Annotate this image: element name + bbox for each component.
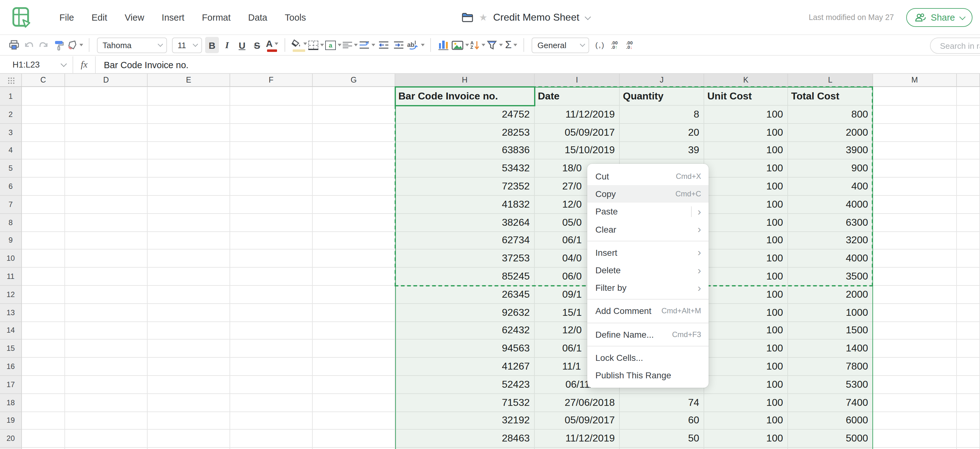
- cell-D12[interactable]: [65, 286, 148, 304]
- cell-N2[interactable]: [957, 106, 980, 124]
- cell-C2[interactable]: [22, 106, 65, 124]
- number-format-select[interactable]: General: [532, 37, 589, 53]
- cell-F20[interactable]: [230, 430, 313, 448]
- cell-G9[interactable]: [313, 232, 395, 250]
- cell-N9[interactable]: [957, 232, 980, 250]
- cell-E17[interactable]: [148, 376, 230, 394]
- cell-C1[interactable]: [22, 87, 65, 106]
- cell-E21[interactable]: [148, 448, 230, 449]
- cell-D7[interactable]: [65, 196, 148, 214]
- wrap-text-button[interactable]: [359, 37, 375, 53]
- cell-C5[interactable]: [22, 160, 65, 178]
- cell-G17[interactable]: [313, 376, 395, 394]
- cell-K19[interactable]: 100: [704, 412, 788, 430]
- cell-I19[interactable]: 05/09/2017: [535, 412, 620, 430]
- cell-G14[interactable]: [313, 322, 395, 340]
- cell-N16[interactable]: [957, 358, 980, 376]
- cell-K12[interactable]: 100: [704, 286, 788, 304]
- cell-H17[interactable]: 52423: [395, 376, 535, 394]
- column-header-L[interactable]: L: [788, 74, 873, 87]
- cell-G8[interactable]: [313, 214, 395, 232]
- cell-G5[interactable]: [313, 160, 395, 178]
- context-menu-item-paste[interactable]: Paste›: [587, 203, 709, 220]
- strikethrough-button[interactable]: S: [250, 37, 264, 53]
- document-title[interactable]: Credit Memo Sheet: [493, 12, 579, 23]
- cell-D18[interactable]: [65, 394, 148, 412]
- cell-C6[interactable]: [22, 178, 65, 196]
- cell-F4[interactable]: [230, 142, 313, 160]
- cell-D4[interactable]: [65, 142, 148, 160]
- cell-C7[interactable]: [22, 196, 65, 214]
- cell-L6[interactable]: 400: [788, 178, 873, 196]
- cell-D21[interactable]: [65, 448, 148, 449]
- cell-C15[interactable]: [22, 340, 65, 358]
- cell-J4[interactable]: 39: [620, 142, 704, 160]
- cell-F16[interactable]: [230, 358, 313, 376]
- menu-tools[interactable]: Tools: [285, 13, 306, 22]
- cell-J2[interactable]: 8: [620, 106, 704, 124]
- cell-M19[interactable]: [873, 412, 957, 430]
- column-header-partial[interactable]: [957, 74, 980, 87]
- text-rotation-button[interactable]: ab: [407, 37, 425, 53]
- cell-C8[interactable]: [22, 214, 65, 232]
- cell-N19[interactable]: [957, 412, 980, 430]
- cell-G21[interactable]: [313, 448, 395, 449]
- redo-button[interactable]: [37, 37, 51, 53]
- cell-F13[interactable]: [230, 304, 313, 322]
- column-header-M[interactable]: M: [873, 74, 957, 87]
- menu-insert[interactable]: Insert: [162, 13, 185, 22]
- cell-I2[interactable]: 11/12/2019: [535, 106, 620, 124]
- cell-C20[interactable]: [22, 430, 65, 448]
- cell-J21[interactable]: [620, 448, 704, 449]
- cell-E15[interactable]: [148, 340, 230, 358]
- row-header-7[interactable]: 7: [0, 196, 22, 214]
- cell-J18[interactable]: 74: [620, 394, 704, 412]
- cell-D16[interactable]: [65, 358, 148, 376]
- cell-H1[interactable]: Bar Code Invoice no.: [395, 87, 535, 106]
- cell-F18[interactable]: [230, 394, 313, 412]
- formula-input[interactable]: Bar Code Invoice no.: [96, 60, 189, 70]
- cell-C17[interactable]: [22, 376, 65, 394]
- font-size-select[interactable]: 11: [172, 37, 202, 53]
- cell-F15[interactable]: [230, 340, 313, 358]
- cell-F19[interactable]: [230, 412, 313, 430]
- share-button[interactable]: Share: [907, 8, 972, 27]
- cell-N7[interactable]: [957, 196, 980, 214]
- cell-K7[interactable]: 100: [704, 196, 788, 214]
- cell-M9[interactable]: [873, 232, 957, 250]
- cell-H3[interactable]: 28253: [395, 124, 535, 142]
- cell-H19[interactable]: 32192: [395, 412, 535, 430]
- cell-M12[interactable]: [873, 286, 957, 304]
- cell-G11[interactable]: [313, 267, 395, 286]
- cell-M1[interactable]: [873, 87, 957, 106]
- cell-C13[interactable]: [22, 304, 65, 322]
- row-header-19[interactable]: 19: [0, 412, 22, 430]
- cell-F7[interactable]: [230, 196, 313, 214]
- cell-F21[interactable]: [230, 448, 313, 449]
- cell-reference-box[interactable]: H1:L23: [0, 56, 73, 73]
- cell-C3[interactable]: [22, 124, 65, 142]
- italic-button[interactable]: I: [220, 37, 234, 53]
- cell-G4[interactable]: [313, 142, 395, 160]
- cell-M13[interactable]: [873, 304, 957, 322]
- cell-K6[interactable]: 100: [704, 178, 788, 196]
- row-header-13[interactable]: 13: [0, 304, 22, 322]
- cell-M3[interactable]: [873, 124, 957, 142]
- cell-L3[interactable]: 2000: [788, 124, 873, 142]
- cell-F11[interactable]: [230, 267, 313, 286]
- row-header-11[interactable]: 11: [0, 267, 22, 286]
- cell-G3[interactable]: [313, 124, 395, 142]
- fx-icon[interactable]: fx: [73, 56, 96, 73]
- cell-I1[interactable]: Date: [535, 87, 620, 106]
- fill-color-button[interactable]: [291, 37, 307, 53]
- cell-C14[interactable]: [22, 322, 65, 340]
- increase-decimal-button[interactable]: .00.0↑: [608, 37, 621, 53]
- cell-M4[interactable]: [873, 142, 957, 160]
- cell-N12[interactable]: [957, 286, 980, 304]
- cell-H21[interactable]: [395, 448, 535, 449]
- cell-D11[interactable]: [65, 267, 148, 286]
- row-header-5[interactable]: 5: [0, 160, 22, 178]
- cell-N6[interactable]: [957, 178, 980, 196]
- print-button[interactable]: [7, 37, 21, 53]
- indent-decrease-button[interactable]: [377, 37, 390, 53]
